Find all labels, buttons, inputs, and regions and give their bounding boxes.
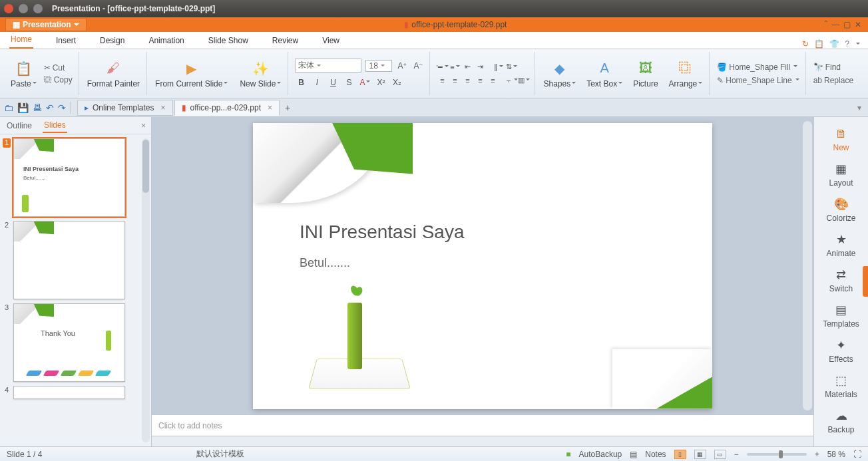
- find-button[interactable]: 🔭Find: [811, 62, 843, 73]
- paste-button[interactable]: 📋 Paste: [8, 58, 39, 90]
- qat-print-icon[interactable]: 🖶: [33, 102, 42, 113]
- ribbon-collapse-icon[interactable]: ˆ: [825, 20, 827, 29]
- zoom-slider[interactable]: [747, 453, 807, 456]
- sorter-view-button[interactable]: ▦: [694, 450, 706, 459]
- qat-redo-icon[interactable]: ↷: [58, 102, 66, 113]
- clipboard-icon[interactable]: 📋: [814, 39, 824, 49]
- slide-title[interactable]: INI Presentasi Saya: [300, 222, 464, 243]
- underline-button[interactable]: U: [327, 77, 339, 88]
- new-slide-button[interactable]: ✨ New Slide: [237, 58, 284, 90]
- taskpane-layout[interactable]: ▦Layout: [814, 158, 868, 191]
- taskpane-effects[interactable]: ✦Effects: [814, 335, 868, 367]
- text-direction-button[interactable]: ⇅: [506, 63, 517, 72]
- font-size-select[interactable]: 18: [365, 60, 392, 72]
- subscript-button[interactable]: X₂: [391, 77, 403, 88]
- strikethrough-button[interactable]: S: [343, 77, 355, 88]
- doctab-online-templates[interactable]: ▸ Online Templates ×: [77, 100, 173, 116]
- fit-to-window-button[interactable]: ⛶: [853, 450, 861, 459]
- bullets-button[interactable]: ≔: [437, 63, 447, 72]
- format-painter-button[interactable]: 🖌 Format Painter: [85, 58, 142, 90]
- slide-subtitle[interactable]: Betul.......: [300, 256, 350, 270]
- taskpane-switch[interactable]: ⇄Switch: [814, 264, 868, 297]
- line-spacing-button[interactable]: ‖: [493, 63, 504, 72]
- qat-open-icon[interactable]: 🗀: [4, 102, 13, 113]
- thumbnail-scrollbar[interactable]: [142, 138, 150, 442]
- tab-view[interactable]: View: [321, 33, 341, 49]
- distributed-button[interactable]: ≡: [487, 76, 498, 85]
- skin-icon[interactable]: 👕: [829, 39, 839, 49]
- normal-view-button[interactable]: ▯: [674, 450, 686, 459]
- slideshow-view-button[interactable]: ▭: [714, 450, 726, 459]
- app-close-icon[interactable]: ✕: [855, 20, 861, 29]
- picture-button[interactable]: 🖼Picture: [630, 58, 660, 90]
- font-name-select[interactable]: 宋体: [295, 59, 361, 73]
- numbering-button[interactable]: ≡: [449, 63, 460, 72]
- status-notes[interactable]: Notes: [645, 450, 666, 459]
- columns-button[interactable]: ▥: [519, 76, 529, 85]
- bold-button[interactable]: B: [295, 77, 307, 88]
- help-icon[interactable]: ?: [845, 39, 849, 49]
- slide-canvas[interactable]: INI Presentasi Saya Betul.......: [253, 123, 712, 409]
- decrease-indent-button[interactable]: ⇤: [462, 63, 473, 72]
- vertical-scrollbar[interactable]: [803, 121, 812, 410]
- from-current-slide-button[interactable]: ▶ From Current Slide: [152, 58, 230, 90]
- decrease-font-button[interactable]: A⁻: [412, 60, 424, 72]
- zoom-in-button[interactable]: +: [815, 450, 819, 459]
- shapes-button[interactable]: ◆Shapes: [541, 58, 578, 90]
- qat-save-icon[interactable]: 💾: [17, 102, 29, 113]
- taskpane-animate[interactable]: ★Animate: [814, 229, 868, 261]
- textbox-button[interactable]: AText Box: [584, 58, 625, 90]
- close-tab-icon[interactable]: ×: [268, 103, 272, 112]
- horizontal-scrollbar[interactable]: [152, 436, 813, 446]
- outline-tab[interactable]: Outline: [5, 119, 33, 132]
- close-panel-icon[interactable]: ×: [141, 121, 146, 130]
- notes-toggle-icon[interactable]: ▤: [630, 450, 637, 459]
- align-center-button[interactable]: ≡: [449, 76, 460, 85]
- arrange-button[interactable]: ⿻Arrange: [666, 58, 706, 90]
- help-dropdown-icon[interactable]: [855, 39, 860, 49]
- thumbnail-3[interactable]: Thank You: [13, 303, 125, 382]
- tab-home[interactable]: Home: [9, 31, 33, 49]
- thumbnail-4[interactable]: [13, 386, 125, 399]
- thumbnail-2[interactable]: [13, 221, 125, 299]
- taskpane-collapse-handle[interactable]: [863, 266, 868, 297]
- font-color-button[interactable]: A: [359, 77, 371, 88]
- cut-button[interactable]: ✂Cut: [42, 63, 75, 73]
- app-restore-icon[interactable]: ▢: [843, 20, 851, 29]
- superscript-button[interactable]: X²: [375, 77, 387, 88]
- replace-button[interactable]: abReplace: [811, 75, 855, 86]
- increase-font-button[interactable]: A⁺: [396, 60, 408, 72]
- taskpane-materials[interactable]: ⬚Materials: [814, 370, 868, 402]
- qat-undo-icon[interactable]: ↶: [46, 102, 54, 113]
- italic-button[interactable]: I: [311, 77, 323, 88]
- increase-indent-button[interactable]: ⇥: [475, 63, 485, 72]
- taskpane-new[interactable]: 🗎New: [814, 124, 868, 156]
- align-vertical-button[interactable]: ⫟: [506, 76, 517, 85]
- doctab-current[interactable]: ▮ office-pp...e-029.ppt ×: [174, 100, 280, 116]
- window-minimize-icon[interactable]: [19, 4, 28, 13]
- zoom-out-button[interactable]: −: [734, 450, 739, 459]
- copy-button[interactable]: ⿻Copy: [42, 75, 75, 85]
- tab-list-icon[interactable]: ▾: [857, 103, 868, 112]
- shape-line-button[interactable]: ✎Home_Shape Line: [715, 75, 801, 86]
- align-right-button[interactable]: ≡: [462, 76, 473, 85]
- sync-icon[interactable]: ↻: [802, 39, 809, 49]
- taskpane-templates[interactable]: ▤Templates: [814, 299, 868, 332]
- align-justify-button[interactable]: ≡: [475, 76, 485, 85]
- taskpane-backup[interactable]: ☁Backup: [814, 405, 868, 438]
- tab-animation[interactable]: Animation: [147, 33, 185, 49]
- window-close-icon[interactable]: [4, 4, 13, 13]
- window-maximize-icon[interactable]: [33, 4, 43, 13]
- status-autobackup[interactable]: AutoBackup: [579, 450, 622, 459]
- tab-design[interactable]: Design: [99, 33, 126, 49]
- new-tab-button[interactable]: +: [281, 101, 294, 114]
- shape-fill-button[interactable]: 🪣Home_Shape Fill: [715, 62, 799, 73]
- taskpane-colorize[interactable]: 🎨Colorize: [814, 194, 868, 226]
- zoom-percent[interactable]: 58 %: [827, 450, 845, 459]
- presentation-menu-button[interactable]: ▦ Presentation: [5, 18, 87, 31]
- align-left-button[interactable]: ≡: [437, 76, 447, 85]
- tab-insert[interactable]: Insert: [55, 33, 77, 49]
- tab-slideshow[interactable]: Slide Show: [207, 33, 250, 49]
- close-tab-icon[interactable]: ×: [161, 103, 166, 112]
- notes-pane[interactable]: Click to add notes: [152, 414, 813, 436]
